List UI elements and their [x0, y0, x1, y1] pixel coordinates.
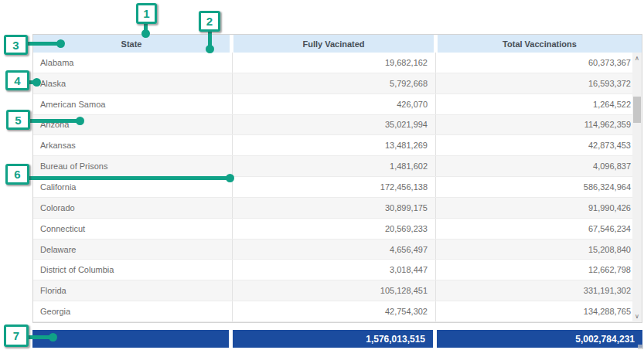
scrollbar-thumb[interactable]	[633, 97, 641, 123]
dashboard-canvas: State Fully Vacinated Total Vaccinations…	[0, 0, 644, 350]
cell-fully: 35,021,994	[232, 115, 435, 135]
cell-total: 114,962,359	[435, 115, 642, 135]
scroll-up-icon[interactable]: ∧	[632, 53, 642, 63]
table-header-row: State Fully Vacinated Total Vaccinations	[33, 35, 642, 53]
vaccination-table: State Fully Vacinated Total Vaccinations…	[32, 34, 642, 323]
cell-state: Florida	[33, 280, 232, 301]
cell-total: 16,593,372	[435, 73, 642, 93]
cell-total: 12,662,798	[435, 260, 642, 280]
cell-state: Delaware	[33, 240, 232, 260]
callout-number-3: 3	[4, 35, 28, 55]
callout-line	[144, 22, 148, 33]
cell-total: 42,873,453	[435, 135, 642, 155]
totals-cell-fully-vacinated: 1,576,013,515	[233, 330, 433, 348]
cell-state: District of Columbia	[33, 260, 232, 280]
cell-total: 15,208,840	[435, 240, 642, 260]
cell-total: 67,546,234	[435, 219, 642, 239]
cell-state: Arizona	[33, 115, 232, 135]
cell-fully: 42,754,302	[232, 301, 435, 321]
scroll-down-icon[interactable]: ∨	[632, 311, 642, 321]
cell-state: Alabama	[33, 53, 232, 73]
cell-state: Alaska	[33, 73, 232, 93]
cell-state: Colorado	[33, 198, 232, 218]
cell-state: American Samoa	[33, 94, 232, 114]
callout-number-5: 5	[6, 110, 30, 130]
cell-fully: 4,656,497	[232, 240, 435, 260]
cell-fully: 20,569,233	[232, 219, 435, 239]
vertical-scrollbar[interactable]: ∧ ∨	[632, 53, 642, 322]
cell-fully: 3,018,447	[232, 260, 435, 280]
table-row[interactable]: Alaska5,792,66816,593,372	[33, 73, 642, 94]
callout-number-1: 1	[136, 3, 157, 24]
totals-cell-state	[32, 330, 229, 348]
cell-total: 331,191,302	[435, 280, 642, 301]
column-header-fully-vacinated[interactable]: Fully Vacinated	[233, 35, 434, 53]
callout-number-7: 7	[4, 325, 29, 347]
table-row[interactable]: Florida105,128,451331,191,302	[33, 280, 642, 301]
cell-total: 134,288,765	[435, 301, 642, 321]
cell-fully: 5,792,668	[232, 73, 435, 93]
cell-state: Arkansas	[33, 135, 232, 155]
table-row[interactable]: District of Columbia3,018,44712,662,798	[33, 260, 642, 280]
cell-state: Bureau of Prisons	[33, 156, 232, 176]
resize-grip-icon	[638, 345, 643, 349]
cell-fully: 172,456,138	[232, 177, 435, 197]
totals-cell-total-vaccinations: 5,002,784,231	[437, 330, 642, 348]
column-header-total-vaccinations[interactable]: Total Vaccinations	[438, 35, 642, 53]
cell-state: Georgia	[33, 301, 232, 321]
table-row[interactable]: Bureau of Prisons1,481,6024,096,837	[33, 156, 642, 177]
cell-fully: 105,128,451	[232, 280, 435, 301]
table-row[interactable]: Arkansas13,481,26942,873,453	[33, 135, 642, 156]
cell-fully: 426,070	[232, 94, 435, 114]
cell-state: Connecticut	[33, 219, 232, 239]
table-row[interactable]: American Samoa426,0701,264,522	[33, 94, 642, 115]
callout-number-2: 2	[199, 11, 220, 32]
cell-total: 91,990,426	[435, 198, 642, 218]
cell-total: 60,373,367	[435, 53, 642, 73]
table-body: Alabama19,682,16260,373,367Alaska5,792,6…	[33, 53, 642, 322]
cell-total: 1,264,522	[435, 94, 642, 114]
table-row[interactable]: Georgia42,754,302134,288,765	[33, 301, 642, 322]
table-row[interactable]: Connecticut20,569,23367,546,234	[33, 219, 642, 240]
cell-fully: 1,481,602	[232, 156, 435, 176]
callout-number-4: 4	[5, 70, 29, 90]
cell-fully: 13,481,269	[232, 135, 435, 155]
cell-total: 586,324,964	[435, 177, 642, 197]
table-row[interactable]: Alabama19,682,16260,373,367	[33, 53, 642, 73]
cell-total: 4,096,837	[435, 156, 642, 176]
table-row[interactable]: California172,456,138586,324,964	[33, 177, 642, 198]
callout-number-6: 6	[5, 164, 29, 185]
column-header-state[interactable]: State	[33, 35, 230, 53]
cell-state: California	[33, 177, 232, 197]
cell-fully: 30,899,175	[232, 198, 435, 218]
table-row[interactable]: Arizona35,021,994114,962,359	[33, 115, 642, 136]
table-row[interactable]: Delaware4,656,49715,208,840	[33, 240, 642, 260]
cell-fully: 19,682,162	[232, 53, 435, 73]
table-row[interactable]: Colorado30,899,17591,990,426	[33, 198, 642, 219]
totals-row: 1,576,013,515 5,002,784,231	[32, 330, 642, 348]
